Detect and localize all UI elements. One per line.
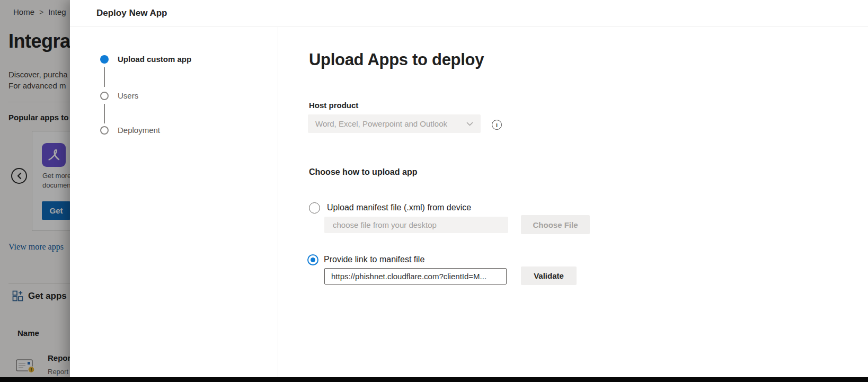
manifest-file-input[interactable] bbox=[324, 217, 508, 233]
validate-button[interactable]: Validate bbox=[521, 266, 577, 285]
step-label-upload-custom-app[interactable]: Upload custom app bbox=[118, 55, 191, 64]
panel-header-divider bbox=[70, 26, 868, 27]
bottom-window-edge bbox=[0, 377, 868, 382]
manifest-url-input[interactable] bbox=[324, 268, 507, 285]
chevron-down-icon bbox=[466, 122, 473, 126]
host-product-select[interactable]: Word, Excel, Powerpoint and Outlook bbox=[308, 114, 481, 133]
panel-header: Deploy New App bbox=[70, 0, 868, 26]
upload-from-device-radio[interactable] bbox=[309, 202, 320, 214]
deploy-new-app-panel: Deploy New App Upload custom app Users D… bbox=[70, 0, 868, 377]
panel-title: Deploy New App bbox=[96, 0, 167, 26]
provide-link-radio[interactable] bbox=[307, 254, 318, 265]
provide-link-label[interactable]: Provide link to manifest file bbox=[324, 255, 424, 264]
step-dot-users[interactable] bbox=[100, 92, 109, 100]
info-icon[interactable]: i bbox=[492, 120, 502, 130]
step-connector bbox=[104, 67, 105, 87]
step-dot-upload-custom-app[interactable] bbox=[100, 55, 109, 64]
upload-from-device-label[interactable]: Upload manifest file (.xml) from device bbox=[327, 203, 471, 212]
choose-file-button[interactable]: Choose File bbox=[521, 215, 590, 234]
host-product-label: Host product bbox=[309, 101, 358, 110]
step-label-users[interactable]: Users bbox=[118, 91, 138, 100]
step-label-deployment[interactable]: Deployment bbox=[118, 126, 160, 135]
stepper-content-divider bbox=[278, 27, 278, 377]
step-connector bbox=[104, 104, 105, 123]
step-dot-deployment[interactable] bbox=[100, 126, 109, 135]
host-product-value: Word, Excel, Powerpoint and Outlook bbox=[315, 119, 466, 128]
content-heading: Upload Apps to deploy bbox=[309, 50, 484, 69]
choose-upload-heading: Choose how to upload app bbox=[309, 167, 417, 177]
